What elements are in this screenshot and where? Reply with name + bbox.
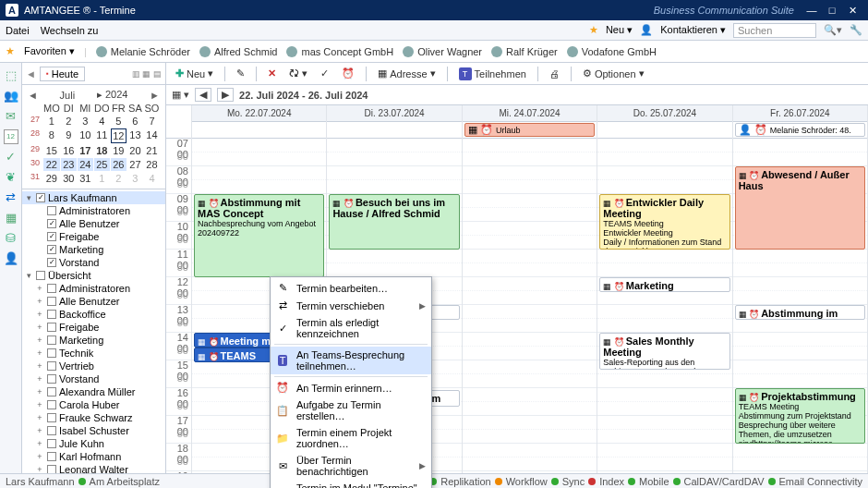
sb-back-icon[interactable]: ◄	[26, 68, 36, 79]
calendar-event[interactable]: ▦ ⏰Sales Monthly MeetingSales-Reporting …	[599, 333, 729, 370]
tree-item[interactable]: +Vorstand	[22, 372, 165, 385]
tb-print-icon[interactable]: 🖨	[546, 67, 563, 81]
suite-label: Business Communication Suite	[654, 5, 794, 16]
tree-item[interactable]: +Freigabe	[22, 321, 165, 334]
vt-leaf-icon[interactable]: ❦	[4, 170, 18, 185]
tb-address[interactable]: ▦ Adresse ▾	[374, 66, 439, 81]
fav-item[interactable]: mas Concept GmbH	[286, 46, 393, 57]
vt-contacts-icon[interactable]: 👥	[4, 89, 18, 104]
menu-switch[interactable]: Wechseln zu	[41, 25, 99, 36]
maximize-button[interactable]: □	[822, 5, 842, 16]
tool-icon[interactable]: 🔧	[850, 24, 862, 36]
vt-db-icon[interactable]: ⛁	[4, 231, 18, 246]
tree-item[interactable]: ✓Marketing	[22, 243, 165, 256]
tree-item[interactable]: ✓Freigabe	[22, 230, 165, 243]
fav-item[interactable]: Oliver Wagner	[403, 46, 482, 57]
vt-calendar-icon[interactable]: 12	[4, 129, 18, 144]
vt-tasks-icon[interactable]: ✓	[4, 150, 18, 165]
tree-item[interactable]: +Isabel Schuster	[22, 424, 165, 437]
minimize-button[interactable]: —	[802, 5, 822, 16]
menu-contact[interactable]: Kontaktieren ▾	[660, 24, 726, 36]
ctx-item[interactable]: 📁Termin einem Projekt zuordnen…	[271, 424, 431, 452]
tree-item[interactable]: ▾Übersicht	[22, 269, 165, 282]
tb-refresh-icon[interactable]: 🗘 ▾	[285, 66, 311, 81]
tb-teams-join[interactable]: TTeilnehmen	[455, 66, 530, 82]
day-column[interactable]: Mi. 24.07.2024▦ ⏰ Urlaub	[463, 105, 597, 473]
tree-item[interactable]: +Backoffice	[22, 308, 165, 321]
mc-next[interactable]: ►	[150, 90, 160, 101]
calendar-event[interactable]: ▦ ⏰Abwesend / Außer Haus	[735, 166, 865, 250]
ctx-item[interactable]: 📋Aufgabe zu Termin erstellen…	[271, 396, 431, 424]
vt-mail-icon[interactable]: ✉	[4, 109, 18, 124]
mc-prev[interactable]: ◄	[28, 90, 38, 101]
tree-item[interactable]: +Leonard Walter	[22, 463, 165, 473]
calendar-event[interactable]: ▦ ⏰Entwickler Daily MeetingTEAMS Meeting…	[599, 194, 729, 250]
fav-item[interactable]: Melanie Schröder	[96, 46, 190, 57]
nav-next[interactable]: ▶	[217, 88, 234, 102]
ctx-item[interactable]: ✎Termin bearbeiten…	[271, 279, 431, 297]
status-label: Mobile	[639, 476, 669, 487]
status-label: Replikation	[440, 476, 490, 487]
tree-item[interactable]: +Technik	[22, 347, 165, 360]
today-button[interactable]: ▪Heute	[40, 67, 85, 81]
sb-view-icons[interactable]: ▥ ▦ ▤	[132, 69, 162, 79]
allday-event[interactable]: 👤 ⏰ Melanie Schröder: 48. Geburtst…	[735, 123, 865, 137]
vt-sync-icon[interactable]: ⇄	[4, 190, 18, 205]
tb-new-button[interactable]: ✚Neu ▾	[172, 66, 217, 81]
mc-month[interactable]: Juli	[60, 90, 76, 101]
status-dot	[551, 478, 559, 485]
close-button[interactable]: ✕	[842, 5, 862, 17]
tree-item[interactable]: ✓Alle Benutzer	[22, 217, 165, 230]
tree-item[interactable]: Administratoren	[22, 204, 165, 217]
status-dot	[673, 478, 681, 485]
tree-item[interactable]: +Administratoren	[22, 282, 165, 295]
tb-edit-icon[interactable]: ✎	[233, 66, 248, 81]
tb-delete-icon[interactable]: ✕	[264, 66, 280, 81]
calendar-tree[interactable]: ▾✓Lars KaufmannAdministratoren✓Alle Benu…	[22, 189, 165, 473]
tree-item[interactable]: ✓Vorstand	[22, 256, 165, 269]
calendar-event[interactable]: ▦ ⏰Abstimmung mit MAS ConceptNachbesprec…	[194, 194, 324, 277]
day-column[interactable]: Fr. 26.07.2024👤 ⏰ Melanie Schröder: 48. …	[733, 105, 868, 473]
tb-check-icon[interactable]: ✓	[317, 66, 332, 81]
tree-item[interactable]: +Marketing	[22, 334, 165, 347]
fav-label[interactable]: Favoriten ▾	[24, 45, 75, 57]
ctx-item[interactable]: ✓Termin als erledigt kennzeichnen	[271, 314, 431, 342]
nav-pick-icon[interactable]: ▦ ▾	[172, 89, 189, 101]
calendar-event[interactable]: ▦ ⏰Abstimmung im Team	[735, 305, 865, 320]
tree-item[interactable]: +Alle Benutzer	[22, 295, 165, 308]
search-go-icon[interactable]: 🔍▾	[824, 24, 842, 36]
nav-prev[interactable]: ◀	[195, 88, 211, 102]
vt-user-icon[interactable]: 👤	[4, 251, 18, 266]
tree-item[interactable]: +Alexandra Müller	[22, 385, 165, 398]
allday-event[interactable]: ▦ ⏰ Urlaub	[464, 123, 595, 137]
tree-item[interactable]: ▾✓Lars Kaufmann	[22, 191, 165, 204]
fav-item[interactable]: Ralf Krüger	[491, 46, 558, 57]
menu-file[interactable]: Datei	[6, 25, 30, 36]
ctx-item[interactable]: ✉Über Termin benachrichtigen▶	[271, 452, 431, 480]
calendar-event[interactable]: ▦ ⏰Marketing Abstimmung	[599, 277, 729, 292]
calendar-event[interactable]: ▦ ⏰ProjektabstimmungTEAMS MeetingAbstimm…	[735, 388, 865, 444]
vt-home-icon[interactable]: ⬚	[4, 68, 18, 83]
ctx-item[interactable]: ↗Termin im Modul "Termine" anspringen…	[271, 480, 431, 488]
tb-alarm-icon[interactable]: ⏰	[338, 66, 358, 81]
tree-item[interactable]: +Jule Kuhn	[22, 437, 165, 450]
tb-options[interactable]: ⚙ Optionen ▾	[579, 66, 648, 81]
calendar-event[interactable]: ▦ ⏰Besuch bei uns im Hause / Alfred Schm…	[329, 194, 459, 250]
tree-item[interactable]: +Carola Huber	[22, 398, 165, 411]
tree-item[interactable]: +Frauke Schwarz	[22, 411, 165, 424]
time-column: 07 003008 003009 003010 003011 003012 00…	[166, 105, 192, 473]
vertical-toolbar: ⬚ 👥 ✉ 12 ✓ ❦ ⇄ ▦ ⛁ 👤	[0, 63, 22, 473]
tree-item[interactable]: +Vertrieb	[22, 360, 165, 372]
fav-item[interactable]: Vodafone GmbH	[567, 46, 657, 57]
vt-doc-icon[interactable]: ▦	[4, 211, 18, 226]
contact-icon[interactable]: 👤	[640, 24, 653, 36]
menu-new[interactable]: Neu ▾	[606, 24, 633, 36]
ctx-item[interactable]: ⏰An Termin erinnern…	[271, 379, 431, 396]
day-column[interactable]: Do. 25.07.2024▦ ⏰Entwickler Daily Meetin…	[597, 105, 732, 473]
ctx-item[interactable]: TAn Teams-Besprechung teilnehmen…	[271, 347, 431, 374]
tree-item[interactable]: +Karl Hofmann	[22, 450, 165, 463]
context-menu[interactable]: ✎Termin bearbeiten…⇄Termin verschieben▶✓…	[270, 276, 432, 488]
ctx-item[interactable]: ⇄Termin verschieben▶	[271, 297, 431, 314]
search-input[interactable]: Suchen	[733, 23, 816, 38]
fav-item[interactable]: Alfred Schmid	[199, 46, 277, 57]
